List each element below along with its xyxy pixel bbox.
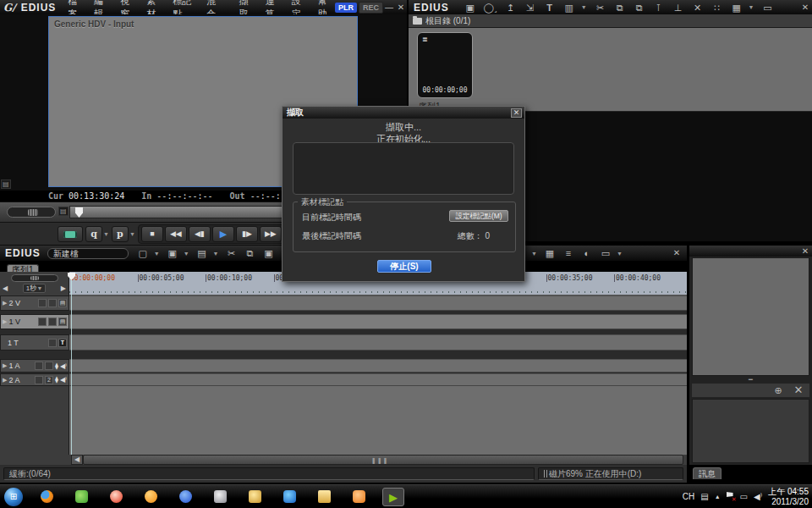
start-button[interactable]: ⊞ (4, 488, 23, 506)
track-header-2a[interactable]: ▶ 2 A 2 ⧫ ◀⁾ (0, 373, 69, 386)
color-correction-icon[interactable]: ◐ (581, 247, 593, 259)
empty-lane-area[interactable] (69, 386, 687, 455)
mark-in-button[interactable]: q (85, 226, 102, 242)
firefox-icon[interactable] (36, 488, 58, 506)
speaker-icon[interactable]: ◀⁾ (60, 362, 67, 370)
chat-orange-icon[interactable] (348, 488, 370, 506)
stop-button[interactable]: ■ (141, 226, 163, 242)
sequence-clip-thumbnail[interactable]: ≣ 00:00:00;00 (417, 32, 473, 98)
shuttle-slider[interactable] (7, 207, 56, 218)
browser-c-icon[interactable] (174, 488, 196, 506)
rewind-button[interactable]: ◀◀ (165, 226, 187, 242)
search-icon[interactable]: ◯˼ (484, 2, 497, 14)
track-lane-1a[interactable] (69, 359, 687, 373)
add-clip-icon[interactable]: ▥ (563, 2, 575, 14)
track-header-2v[interactable]: ▶ 2 V ▤ (0, 295, 69, 311)
track-lane-1v[interactable] (69, 314, 687, 329)
position-display-icon[interactable]: ▤ (58, 207, 69, 216)
recorder-mode-button[interactable]: REC (359, 2, 383, 14)
timeline-close-icon[interactable]: ✕ (670, 248, 683, 257)
track-sync-icon[interactable] (48, 299, 57, 307)
cut-icon[interactable]: ✂ (595, 2, 606, 14)
save-project-icon[interactable]: ▤ (196, 247, 208, 259)
expand-icon[interactable]: ▶ (3, 377, 7, 384)
monitor-icon[interactable]: ▭ (600, 247, 612, 259)
copy-icon[interactable]: ⧉ (614, 2, 626, 14)
position-handle[interactable] (75, 207, 83, 218)
mark-out-button[interactable]: p (112, 226, 129, 242)
paste-icon[interactable]: ⧉ (634, 2, 645, 14)
title-track-icon[interactable]: T (58, 339, 67, 347)
import-icon[interactable]: ⇲ (524, 2, 536, 14)
display-toggle-icon[interactable]: ▤ (1, 179, 11, 189)
new-sequence-dropdown-icon[interactable]: ▼ (154, 251, 160, 257)
export-dropdown-icon[interactable]: ▼ (531, 251, 537, 257)
close-icon[interactable]: ✕ (395, 3, 407, 12)
palette-lower-area[interactable] (692, 399, 809, 463)
scale-value[interactable]: 1秒 ▼ (23, 284, 47, 293)
track-lane-2a[interactable] (69, 373, 687, 386)
add-marker-icon[interactable]: ⊕ (772, 384, 784, 396)
clock[interactable]: 上午 04:55 2011/3/20 (768, 487, 809, 507)
save-project-dropdown-icon[interactable]: ▼ (213, 251, 219, 257)
prev-frame-button[interactable]: ◀▮ (189, 226, 211, 242)
hidden-icons-chevron-icon[interactable]: ▲ (715, 494, 721, 500)
mark-out-dropdown-icon[interactable]: ▼ (129, 231, 135, 237)
add-title-icon[interactable]: T (544, 2, 556, 14)
keyboard-icon[interactable]: ▤ (700, 492, 708, 501)
waveform-icon[interactable]: ⧫ (55, 362, 58, 370)
bin-folder-bar[interactable]: 根目錄 (0/1) (409, 14, 812, 28)
delete-marker-icon[interactable]: ✕ (793, 384, 804, 396)
expand-icon[interactable]: ▶ (3, 362, 7, 369)
timeline-copy-icon[interactable]: ⧉ (244, 247, 256, 259)
track-lock-icon[interactable] (48, 339, 57, 347)
network-icon[interactable]: ▭ (740, 492, 748, 501)
set-marker-button[interactable]: 設定標記點(M) (449, 210, 508, 222)
track-header-1v[interactable]: ▶ 1 V ▤ (0, 314, 69, 329)
track-header-1t[interactable]: 1 T T (0, 334, 69, 351)
project-name-box[interactable]: 新建檔 (47, 248, 129, 259)
app-icon-red[interactable] (105, 488, 127, 506)
timeline-zoom-slider[interactable] (11, 274, 58, 282)
dialog-close-icon[interactable]: ✕ (511, 108, 522, 118)
fast-forward-button[interactable]: ▶▶ (260, 226, 282, 242)
add-clip-dropdown-icon[interactable]: ▼ (581, 4, 587, 10)
stop-capture-button[interactable]: 停止(S) (377, 260, 431, 273)
expand-icon[interactable]: ▶ (3, 300, 7, 306)
play-button[interactable]: ▶ (212, 226, 234, 242)
track-lock-icon[interactable] (35, 376, 43, 384)
properties-icon[interactable]: ∷ (711, 2, 723, 14)
media-player-orange-icon[interactable] (140, 488, 162, 506)
explorer-icon[interactable] (313, 488, 335, 506)
scale-right-arrow-icon[interactable]: ▶ (61, 284, 66, 292)
palette-resize-handle[interactable]: ━ (689, 378, 812, 383)
pin-icon[interactable]: ⊺ (653, 2, 665, 14)
track-badge[interactable] (45, 362, 53, 370)
scrollbar-thumb[interactable]: ❚❚❚ (83, 455, 683, 465)
mixer-icon[interactable]: ≡ (562, 247, 574, 259)
edius-taskbar-icon[interactable]: ▶ (382, 488, 404, 506)
track-header-1a[interactable]: ▶ 1 A ⧫ ◀⁾ (0, 359, 69, 373)
timeline-paste-icon[interactable]: ▣ (263, 247, 275, 259)
track-lane-1t[interactable] (69, 334, 687, 351)
new-sequence-icon[interactable]: ▢ (137, 247, 149, 259)
bin-close-icon[interactable]: ✕ (798, 3, 812, 12)
deck-capture-button[interactable] (58, 226, 83, 242)
open-project-icon[interactable]: ▣ (167, 247, 178, 259)
view-mode-dropdown-icon[interactable]: ▼ (749, 4, 754, 10)
messenger-icon[interactable] (70, 488, 92, 506)
palette-close-icon[interactable]: ✕ (798, 246, 812, 256)
keys-icon[interactable] (244, 488, 266, 506)
delete-icon[interactable]: ✕ (692, 2, 704, 14)
up-folder-icon[interactable]: ↥ (505, 2, 517, 14)
scroll-left-icon[interactable]: ◀ (71, 455, 83, 465)
volume-icon[interactable]: ◀⁾ (754, 492, 762, 501)
new-folder-icon[interactable]: ▣ (464, 2, 476, 14)
track-lane-2v[interactable] (69, 295, 687, 311)
track-sync-icon[interactable] (48, 318, 57, 326)
expand-icon[interactable]: ▶ (3, 318, 7, 325)
media-player-blue-icon[interactable] (278, 488, 300, 506)
view-mode-icon[interactable]: ▦ (731, 2, 743, 14)
next-frame-button[interactable]: ▮▶ (236, 226, 258, 242)
grid-view-icon[interactable]: ▦ (544, 247, 556, 259)
